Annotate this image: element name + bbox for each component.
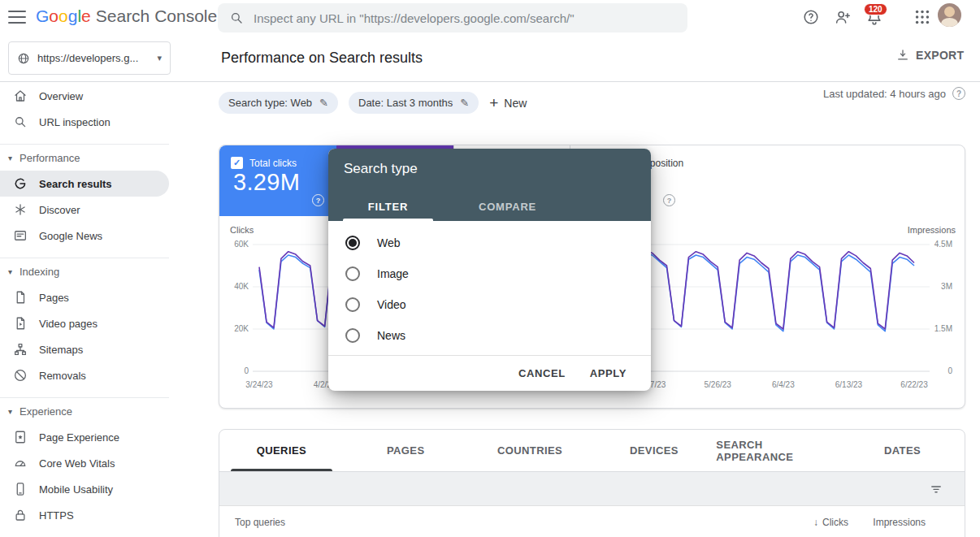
add-user-icon	[834, 8, 852, 26]
svg-text:Clicks: Clicks	[230, 225, 254, 235]
svg-text:4.5M: 4.5M	[934, 240, 952, 249]
radio-option-news[interactable]: News	[328, 320, 651, 351]
help-icon	[802, 8, 820, 26]
last-updated: Last updated: 4 hours ago ?	[823, 87, 965, 100]
date-chip-label: Date: Last 3 months	[358, 97, 453, 109]
radio-icon[interactable]	[345, 297, 360, 312]
sidebar-item-core-web-vitals[interactable]: Core Web Vitals	[0, 450, 169, 476]
apply-button[interactable]: APPLY	[590, 367, 627, 379]
metric-label: Total clicks	[249, 158, 297, 169]
metric-card-total-clicks[interactable]: ✓ Total clicks 3.29M ?	[219, 145, 336, 216]
manage-users-button[interactable]	[832, 6, 853, 28]
removals-blocked-icon	[13, 368, 28, 383]
dialog-tab-filter[interactable]: FILTER	[328, 192, 448, 221]
metric-value: 3.29M	[233, 169, 300, 196]
google-g-icon	[13, 176, 28, 191]
sidebar-item-overview[interactable]: Overview	[0, 83, 169, 109]
google-apps-button[interactable]	[912, 6, 933, 28]
collapse-triangle-icon: ▾	[8, 407, 20, 416]
sidebar-item-page-experience[interactable]: Page Experience	[0, 424, 169, 450]
column-clicks-sorted[interactable]: ↓Clicks	[813, 517, 848, 528]
svg-text:40K: 40K	[234, 282, 249, 291]
sidebar-section-experience[interactable]: ▾ Experience	[0, 398, 169, 424]
page-experience-icon	[13, 430, 28, 444]
tab-countries[interactable]: COUNTRIES	[468, 430, 592, 471]
sidebar-section-label: Experience	[20, 405, 72, 418]
help-circle-icon[interactable]: ?	[952, 87, 965, 100]
sidebar-item-label: Sitemaps	[39, 344, 83, 356]
download-icon	[895, 48, 910, 63]
sort-down-arrow-icon: ↓	[813, 517, 818, 528]
sidebar-item-label: Google News	[39, 230, 102, 242]
radio-icon[interactable]	[345, 328, 360, 343]
sidebar-item-url-inspection[interactable]: URL inspection	[0, 109, 169, 135]
sidebar-section-performance[interactable]: ▾ Performance	[0, 145, 169, 171]
account-avatar[interactable]	[938, 3, 961, 27]
property-url: https://developers.g...	[37, 52, 154, 64]
sidebar-section-indexing[interactable]: ▾ Indexing	[0, 258, 169, 284]
radio-icon[interactable]	[345, 266, 360, 281]
help-circle-icon[interactable]: ?	[663, 194, 675, 206]
svg-text:60K: 60K	[234, 240, 249, 249]
google-search-console-logo[interactable]: Google Search Console	[36, 6, 217, 26]
help-button[interactable]	[800, 6, 822, 28]
svg-text:0: 0	[947, 366, 952, 375]
search-input[interactable]	[254, 11, 676, 25]
radio-option-video[interactable]: Video	[328, 289, 651, 320]
column-impressions[interactable]: Impressions	[873, 517, 926, 528]
property-selector[interactable]: https://developers.g... ▾	[8, 41, 171, 75]
date-range-chip[interactable]: Date: Last 3 months ✎	[349, 92, 479, 114]
discover-sparkle-icon	[13, 202, 28, 217]
tab-dates[interactable]: DATES	[840, 430, 965, 471]
sidebar-item-google-news[interactable]: Google News	[0, 223, 169, 249]
edit-pencil-icon: ✎	[460, 97, 469, 109]
tab-devices[interactable]: DEVICES	[592, 430, 716, 471]
sidebar-item-sitemaps[interactable]: Sitemaps	[0, 336, 169, 362]
new-filter-button[interactable]: + New	[489, 95, 527, 110]
radio-label: Video	[377, 298, 406, 311]
sidebar-item-label: Removals	[39, 370, 86, 382]
radio-option-web[interactable]: Web	[328, 227, 651, 258]
video-document-icon	[13, 316, 28, 331]
newspaper-icon	[13, 228, 28, 243]
table-header-row: Top queries ↓Clicks Impressions	[219, 505, 965, 537]
filter-list-icon[interactable]	[929, 482, 943, 496]
dialog-tab-compare[interactable]: COMPARE	[448, 192, 567, 221]
sidebar-item-https[interactable]: HTTPS	[0, 502, 169, 528]
dialog-title: Search type	[344, 161, 418, 177]
radio-option-image[interactable]: Image	[328, 258, 651, 289]
help-circle-icon[interactable]: ?	[312, 194, 324, 206]
radio-label: Image	[377, 267, 409, 280]
url-inspect-search-bar[interactable]	[218, 3, 687, 32]
svg-text:0: 0	[244, 366, 249, 375]
dialog-body: Web Image Video News	[328, 227, 651, 351]
tab-queries[interactable]: QUERIES	[219, 430, 344, 471]
hamburger-menu-icon[interactable]	[8, 11, 26, 24]
dialog-header: Search type FILTER COMPARE	[328, 149, 651, 221]
search-icon	[229, 11, 244, 25]
sidebar-item-search-results[interactable]: Search results	[0, 171, 169, 197]
cancel-button[interactable]: CANCEL	[518, 367, 566, 379]
search-type-chip[interactable]: Search type: Web ✎	[219, 92, 338, 114]
sidebar-item-mobile-usability[interactable]: Mobile Usability	[0, 476, 169, 502]
radio-icon[interactable]	[345, 236, 360, 250]
document-icon	[13, 290, 28, 305]
export-button[interactable]: EXPORT	[895, 48, 964, 63]
checked-checkbox-icon[interactable]: ✓	[231, 157, 243, 169]
sidebar-item-label: Discover	[39, 204, 80, 216]
property-globe-icon	[17, 52, 30, 65]
svg-text:1.5M: 1.5M	[934, 324, 952, 333]
sidebar-item-video-pages[interactable]: Video pages	[0, 310, 169, 336]
svg-text:Impressions: Impressions	[908, 225, 956, 235]
tab-pages[interactable]: PAGES	[344, 430, 468, 471]
logo-letter: g	[68, 6, 78, 26]
logo-letter: o	[49, 6, 59, 26]
sidebar-item-discover[interactable]: Discover	[0, 197, 169, 223]
new-filter-label: New	[504, 97, 527, 110]
table-toolbar	[219, 472, 965, 505]
header-divider	[0, 81, 980, 82]
sidebar-item-pages[interactable]: Pages	[0, 284, 169, 310]
dimensions-table-card: QUERIES PAGES COUNTRIES DEVICES SEARCH A…	[219, 429, 965, 537]
tab-search-appearance[interactable]: SEARCH APPEARANCE	[716, 430, 840, 471]
sidebar-item-removals[interactable]: Removals	[0, 362, 169, 388]
